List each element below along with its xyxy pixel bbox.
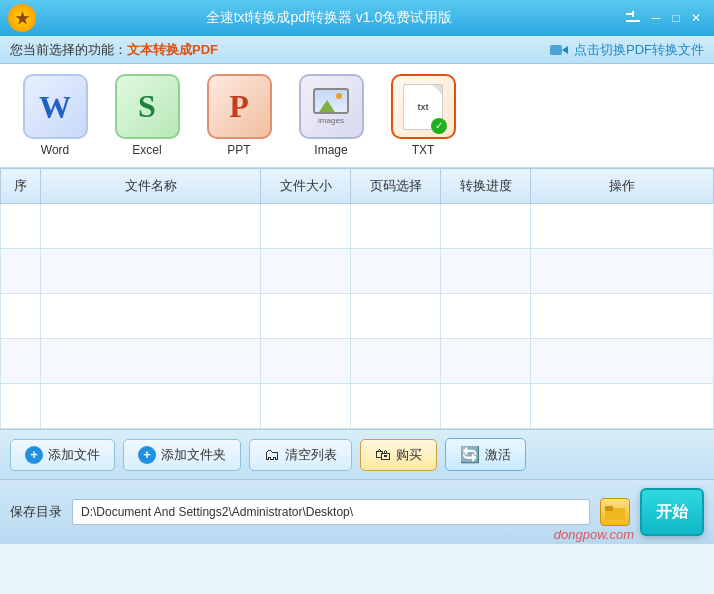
icon-item-image[interactable]: images Image — [291, 74, 371, 157]
cell-filename — [41, 249, 261, 294]
watermark-text: dongpow.com — [554, 527, 634, 542]
menu-bar: 您当前选择的功能： 文本转换成PDF 点击切换PDF转换文件 — [0, 36, 714, 64]
app-logo: ★ — [8, 4, 36, 32]
cell-pagesel — [351, 204, 441, 249]
cell-progress — [441, 339, 531, 384]
svg-rect-3 — [550, 45, 562, 55]
txt-label: TXT — [412, 143, 435, 157]
cell-actions — [531, 294, 714, 339]
cell-index — [1, 204, 41, 249]
table-header-row: 序 文件名称 文件大小 页码选择 转换进度 操作 — [1, 169, 714, 204]
window-controls: ─ □ ✕ — [622, 7, 706, 29]
cell-filesize — [261, 249, 351, 294]
buy-label: 购买 — [396, 446, 422, 464]
current-function-value: 文本转换成PDF — [127, 41, 218, 59]
maximize-button[interactable]: □ — [666, 8, 686, 28]
minimize-button[interactable]: ─ — [646, 8, 666, 28]
image-icon-box: images — [299, 74, 364, 139]
col-header-index: 序 — [1, 169, 41, 204]
clear-icon: 🗂 — [264, 446, 280, 464]
add-folder-plus-icon: + — [138, 446, 156, 464]
add-file-button[interactable]: + 添加文件 — [10, 439, 115, 471]
add-folder-label: 添加文件夹 — [161, 446, 226, 464]
cell-actions — [531, 204, 714, 249]
add-file-label: 添加文件 — [48, 446, 100, 464]
current-function-area: 您当前选择的功能： 文本转换成PDF — [10, 41, 218, 59]
activate-icon: 🔄 — [460, 445, 480, 464]
buy-button[interactable]: 🛍 购买 — [360, 439, 437, 471]
cell-filesize — [261, 294, 351, 339]
switch-icon — [548, 41, 570, 59]
col-header-pagesel: 页码选择 — [351, 169, 441, 204]
col-header-filename: 文件名称 — [41, 169, 261, 204]
cell-filesize — [261, 204, 351, 249]
cell-actions — [531, 384, 714, 429]
cell-pagesel — [351, 294, 441, 339]
image-inner: images — [313, 88, 349, 125]
images-text: images — [318, 116, 344, 125]
ppt-logo: P — [229, 88, 249, 125]
cell-pagesel — [351, 384, 441, 429]
current-function-prefix: 您当前选择的功能： — [10, 41, 127, 59]
file-table-container: 序 文件名称 文件大小 页码选择 转换进度 操作 — [0, 168, 714, 429]
add-folder-button[interactable]: + 添加文件夹 — [123, 439, 241, 471]
save-dir-label: 保存目录 — [10, 503, 62, 521]
buy-bag-icon: 🛍 — [375, 446, 391, 464]
cell-index — [1, 384, 41, 429]
clear-label: 清空列表 — [285, 446, 337, 464]
cell-actions — [531, 339, 714, 384]
cell-actions — [531, 249, 714, 294]
switch-pdf-button[interactable]: 点击切换PDF转换文件 — [548, 41, 704, 59]
table-row — [1, 384, 714, 429]
start-button[interactable]: 开始 — [640, 488, 704, 536]
close-button[interactable]: ✕ — [686, 8, 706, 28]
icon-item-excel[interactable]: S Excel — [107, 74, 187, 157]
txt-file-icon: txt ✓ — [403, 84, 443, 130]
txt-icon-box: txt ✓ — [391, 74, 456, 139]
icon-item-ppt[interactable]: P PPT — [199, 74, 279, 157]
table-row — [1, 339, 714, 384]
excel-label: Excel — [132, 143, 161, 157]
switch-pdf-label: 点击切换PDF转换文件 — [574, 41, 704, 59]
image-preview — [313, 88, 349, 114]
activate-label: 激活 — [485, 446, 511, 464]
cell-progress — [441, 294, 531, 339]
table-row — [1, 294, 714, 339]
cell-index — [1, 339, 41, 384]
title-bar: ★ 全速txt转换成pdf转换器 v1.0免费试用版 ─ □ ✕ — [0, 0, 714, 36]
icon-item-txt[interactable]: txt ✓ TXT — [383, 74, 463, 157]
excel-icon-box: S — [115, 74, 180, 139]
word-logo: W — [39, 91, 71, 123]
file-table: 序 文件名称 文件大小 页码选择 转换进度 操作 — [0, 168, 714, 429]
clear-list-button[interactable]: 🗂 清空列表 — [249, 439, 352, 471]
start-label: 开始 — [656, 502, 688, 523]
table-row — [1, 249, 714, 294]
cell-index — [1, 249, 41, 294]
conversion-type-panel: W Word S Excel P PPT images Image — [0, 64, 714, 168]
cell-progress — [441, 204, 531, 249]
add-file-plus-icon: + — [25, 446, 43, 464]
activate-button[interactable]: 🔄 激活 — [445, 438, 526, 471]
ppt-icon-box: P — [207, 74, 272, 139]
bottom-toolbar: + 添加文件 + 添加文件夹 🗂 清空列表 🛍 购买 🔄 激活 — [0, 429, 714, 479]
txt-text: txt — [418, 102, 429, 112]
cell-progress — [441, 384, 531, 429]
app-title: 全速txt转换成pdf转换器 v1.0免费试用版 — [36, 9, 622, 27]
excel-logo: S — [138, 88, 156, 125]
cell-progress — [441, 249, 531, 294]
ppt-label: PPT — [227, 143, 250, 157]
icon-item-word[interactable]: W Word — [15, 74, 95, 157]
image-label: Image — [314, 143, 347, 157]
svg-marker-4 — [562, 46, 568, 54]
file-table-body — [1, 204, 714, 429]
browse-folder-button[interactable] — [600, 498, 630, 526]
cell-filename — [41, 384, 261, 429]
table-row — [1, 204, 714, 249]
col-header-actions: 操作 — [531, 169, 714, 204]
svg-rect-8 — [605, 506, 613, 511]
cell-index — [1, 294, 41, 339]
col-header-filesize: 文件大小 — [261, 169, 351, 204]
cell-filename — [41, 339, 261, 384]
minimize-icon — [622, 7, 644, 29]
cell-filename — [41, 294, 261, 339]
